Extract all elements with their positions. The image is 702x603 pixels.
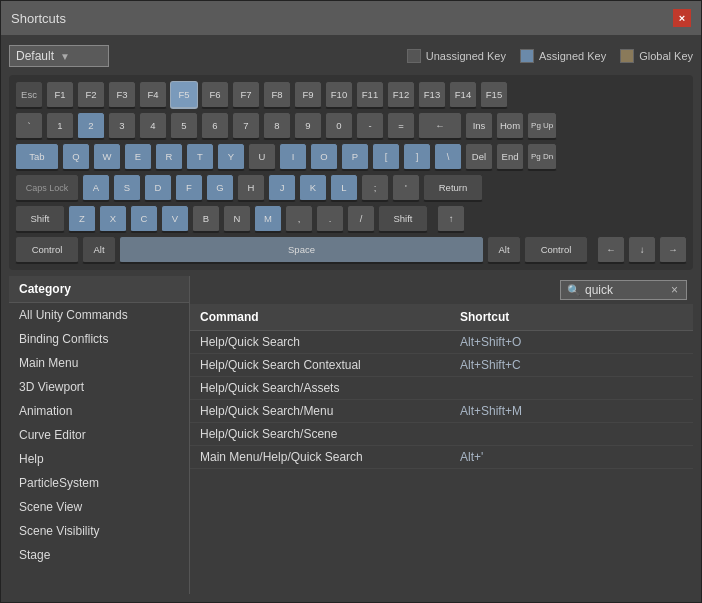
key-semicolon[interactable]: ; bbox=[361, 174, 389, 202]
key-f15[interactable]: F15 bbox=[480, 81, 508, 109]
key-j[interactable]: J bbox=[268, 174, 296, 202]
command-row[interactable]: Help/Quick Search Alt+Shift+O bbox=[190, 331, 693, 354]
key-f2[interactable]: F2 bbox=[77, 81, 105, 109]
key-f4[interactable]: F4 bbox=[139, 81, 167, 109]
key-d[interactable]: D bbox=[144, 174, 172, 202]
key-p[interactable]: P bbox=[341, 143, 369, 171]
key-right[interactable]: → bbox=[659, 236, 687, 264]
key-f10[interactable]: F10 bbox=[325, 81, 353, 109]
key-f7[interactable]: F7 bbox=[232, 81, 260, 109]
key-4[interactable]: 4 bbox=[139, 112, 167, 140]
command-row[interactable]: Help/Quick Search/Scene bbox=[190, 423, 693, 446]
category-item-3d-viewport[interactable]: 3D Viewport bbox=[9, 375, 189, 399]
key-alt-right[interactable]: Alt bbox=[487, 236, 521, 264]
search-input[interactable] bbox=[585, 283, 665, 297]
key-capslock[interactable]: Caps Lock bbox=[15, 174, 79, 202]
key-g[interactable]: G bbox=[206, 174, 234, 202]
key-z[interactable]: Z bbox=[68, 205, 96, 233]
key-h[interactable]: H bbox=[237, 174, 265, 202]
key-f1[interactable]: F1 bbox=[46, 81, 74, 109]
key-end[interactable]: End bbox=[496, 143, 524, 171]
key-k[interactable]: K bbox=[299, 174, 327, 202]
key-tab[interactable]: Tab bbox=[15, 143, 59, 171]
key-up[interactable]: ↑ bbox=[437, 205, 465, 233]
key-del[interactable]: Del bbox=[465, 143, 493, 171]
key-l[interactable]: L bbox=[330, 174, 358, 202]
key-f9[interactable]: F9 bbox=[294, 81, 322, 109]
key-return[interactable]: Return bbox=[423, 174, 483, 202]
command-row[interactable]: Help/Quick Search/Menu Alt+Shift+M bbox=[190, 400, 693, 423]
key-m[interactable]: M bbox=[254, 205, 282, 233]
key-f6[interactable]: F6 bbox=[201, 81, 229, 109]
key-quote[interactable]: ' bbox=[392, 174, 420, 202]
key-s[interactable]: S bbox=[113, 174, 141, 202]
key-pgup[interactable]: Pg Up bbox=[527, 112, 557, 140]
key-rbracket[interactable]: ] bbox=[403, 143, 431, 171]
command-row[interactable]: Help/Quick Search Contextual Alt+Shift+C bbox=[190, 354, 693, 377]
key-9[interactable]: 9 bbox=[294, 112, 322, 140]
category-item-main-menu[interactable]: Main Menu bbox=[9, 351, 189, 375]
category-item-binding-conflicts[interactable]: Binding Conflicts bbox=[9, 327, 189, 351]
key-backslash[interactable]: \ bbox=[434, 143, 462, 171]
key-v[interactable]: V bbox=[161, 205, 189, 233]
key-f14[interactable]: F14 bbox=[449, 81, 477, 109]
key-slash[interactable]: / bbox=[347, 205, 375, 233]
key-y[interactable]: Y bbox=[217, 143, 245, 171]
key-1[interactable]: 1 bbox=[46, 112, 74, 140]
key-shift-right[interactable]: Shift bbox=[378, 205, 428, 233]
key-left[interactable]: ← bbox=[597, 236, 625, 264]
command-row[interactable]: Help/Quick Search/Assets bbox=[190, 377, 693, 400]
key-b[interactable]: B bbox=[192, 205, 220, 233]
key-f8[interactable]: F8 bbox=[263, 81, 291, 109]
key-f11[interactable]: F11 bbox=[356, 81, 384, 109]
key-3[interactable]: 3 bbox=[108, 112, 136, 140]
key-5[interactable]: 5 bbox=[170, 112, 198, 140]
close-button[interactable]: × bbox=[673, 9, 691, 27]
key-hom[interactable]: Hom bbox=[496, 112, 524, 140]
key-f13[interactable]: F13 bbox=[418, 81, 446, 109]
category-item-all-unity[interactable]: All Unity Commands bbox=[9, 303, 189, 327]
key-down[interactable]: ↓ bbox=[628, 236, 656, 264]
key-ctrl-right[interactable]: Control bbox=[524, 236, 588, 264]
category-item-scene-visibility[interactable]: Scene Visibility bbox=[9, 519, 189, 543]
key-f5[interactable]: F5 bbox=[170, 81, 198, 109]
key-f[interactable]: F bbox=[175, 174, 203, 202]
key-2[interactable]: 2 bbox=[77, 112, 105, 140]
key-ins[interactable]: Ins bbox=[465, 112, 493, 140]
key-backspace[interactable]: ← bbox=[418, 112, 462, 140]
search-clear-button[interactable]: × bbox=[669, 283, 680, 297]
key-equals[interactable]: = bbox=[387, 112, 415, 140]
command-row[interactable]: Main Menu/Help/Quick Search Alt+' bbox=[190, 446, 693, 469]
key-lbracket[interactable]: [ bbox=[372, 143, 400, 171]
key-i[interactable]: I bbox=[279, 143, 307, 171]
key-alt-left[interactable]: Alt bbox=[82, 236, 116, 264]
key-ctrl-left[interactable]: Control bbox=[15, 236, 79, 264]
category-item-scene-view[interactable]: Scene View bbox=[9, 495, 189, 519]
key-backtick[interactable]: ` bbox=[15, 112, 43, 140]
category-item-particle-system[interactable]: ParticleSystem bbox=[9, 471, 189, 495]
key-q[interactable]: Q bbox=[62, 143, 90, 171]
key-e[interactable]: E bbox=[124, 143, 152, 171]
key-f3[interactable]: F3 bbox=[108, 81, 136, 109]
key-n[interactable]: N bbox=[223, 205, 251, 233]
key-minus[interactable]: - bbox=[356, 112, 384, 140]
key-w[interactable]: W bbox=[93, 143, 121, 171]
key-x[interactable]: X bbox=[99, 205, 127, 233]
key-esc[interactable]: Esc bbox=[15, 81, 43, 109]
key-f12[interactable]: F12 bbox=[387, 81, 415, 109]
key-8[interactable]: 8 bbox=[263, 112, 291, 140]
preset-dropdown[interactable]: Default ▼ bbox=[9, 45, 109, 67]
key-7[interactable]: 7 bbox=[232, 112, 260, 140]
key-space[interactable]: Space bbox=[119, 236, 484, 264]
key-comma[interactable]: , bbox=[285, 205, 313, 233]
key-period[interactable]: . bbox=[316, 205, 344, 233]
key-u[interactable]: U bbox=[248, 143, 276, 171]
category-item-curve-editor[interactable]: Curve Editor bbox=[9, 423, 189, 447]
key-o[interactable]: O bbox=[310, 143, 338, 171]
key-shift-left[interactable]: Shift bbox=[15, 205, 65, 233]
key-pgdn[interactable]: Pg Dn bbox=[527, 143, 557, 171]
category-item-help[interactable]: Help bbox=[9, 447, 189, 471]
key-r[interactable]: R bbox=[155, 143, 183, 171]
key-0[interactable]: 0 bbox=[325, 112, 353, 140]
key-t[interactable]: T bbox=[186, 143, 214, 171]
